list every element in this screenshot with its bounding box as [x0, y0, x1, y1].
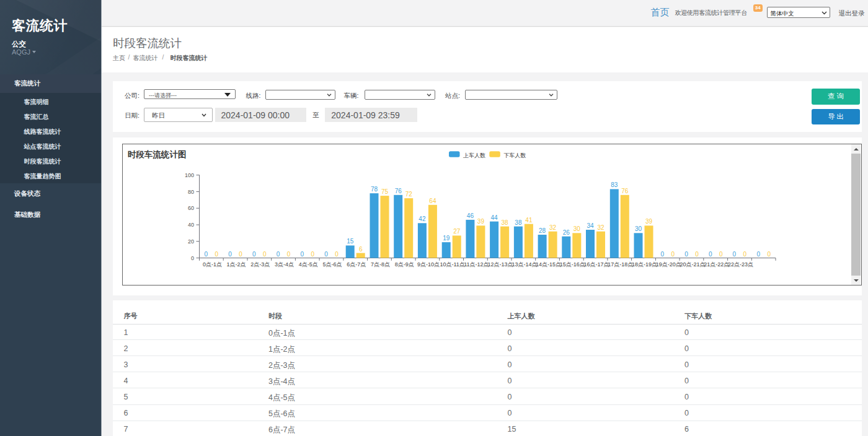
svg-text:34: 34 — [587, 222, 594, 229]
svg-text:76: 76 — [621, 188, 629, 194]
svg-text:20: 20 — [188, 238, 194, 245]
svg-text:76: 76 — [395, 188, 402, 194]
svg-text:72: 72 — [405, 191, 413, 198]
svg-text:32: 32 — [597, 224, 604, 231]
svg-text:5点-6点: 5点-6点 — [322, 261, 342, 268]
svg-text:下车人数: 下车人数 — [503, 152, 526, 159]
svg-text:0点-1点: 0点-1点 — [203, 261, 222, 268]
svg-text:6: 6 — [359, 246, 363, 253]
svg-text:0: 0 — [311, 251, 315, 258]
svg-text:80: 80 — [188, 189, 194, 195]
svg-text:100: 100 — [185, 172, 194, 178]
svg-text:19点-20点: 19点-20点 — [656, 261, 681, 268]
svg-text:21点-22点: 21点-22点 — [704, 261, 729, 268]
svg-text:0: 0 — [719, 251, 723, 258]
svg-text:0: 0 — [191, 255, 194, 261]
svg-text:4点-5点: 4点-5点 — [299, 261, 318, 268]
svg-text:0: 0 — [743, 251, 747, 258]
svg-text:0: 0 — [301, 251, 304, 258]
svg-text:0: 0 — [695, 251, 699, 258]
svg-text:22点-23点: 22点-23点 — [728, 261, 753, 268]
svg-text:10点-11点: 10点-11点 — [440, 261, 465, 268]
svg-text:38: 38 — [515, 219, 522, 226]
svg-text:32: 32 — [549, 224, 557, 231]
svg-text:11点-12点: 11点-12点 — [464, 261, 489, 268]
svg-text:16点-17点: 16点-17点 — [583, 261, 609, 268]
svg-text:42: 42 — [418, 216, 426, 222]
svg-text:30: 30 — [574, 225, 581, 232]
svg-text:64: 64 — [429, 198, 436, 204]
svg-text:0: 0 — [660, 251, 664, 258]
svg-text:12点-13点: 12点-13点 — [488, 261, 513, 268]
svg-text:28: 28 — [539, 227, 546, 234]
svg-text:0: 0 — [287, 251, 291, 258]
svg-text:26: 26 — [563, 229, 570, 236]
svg-text:3点-4点: 3点-4点 — [275, 261, 294, 268]
svg-text:6点-7点: 6点-7点 — [347, 261, 366, 268]
svg-text:上车人数: 上车人数 — [463, 152, 485, 159]
svg-text:0: 0 — [228, 251, 232, 258]
svg-text:78: 78 — [371, 186, 378, 193]
svg-text:0: 0 — [756, 251, 760, 258]
svg-text:0: 0 — [239, 251, 242, 258]
svg-text:0: 0 — [671, 251, 675, 258]
svg-text:0: 0 — [263, 251, 267, 258]
svg-text:39: 39 — [477, 218, 485, 225]
svg-text:0: 0 — [205, 251, 208, 258]
svg-text:41: 41 — [525, 217, 533, 224]
svg-text:75: 75 — [381, 188, 389, 195]
svg-text:0: 0 — [252, 251, 256, 258]
svg-text:8点-9点: 8点-9点 — [395, 261, 414, 268]
svg-text:27: 27 — [453, 228, 461, 235]
svg-text:20点-21点: 20点-21点 — [680, 261, 705, 268]
svg-text:13点-14点: 13点-14点 — [512, 261, 537, 268]
svg-text:1点-2点: 1点-2点 — [227, 261, 246, 268]
svg-text:2点-3点: 2点-3点 — [250, 261, 270, 268]
svg-text:0: 0 — [684, 251, 688, 258]
svg-text:0: 0 — [215, 251, 219, 258]
svg-text:60: 60 — [188, 205, 194, 211]
svg-text:38: 38 — [502, 219, 509, 226]
svg-text:0: 0 — [767, 251, 771, 258]
svg-text:44: 44 — [491, 214, 498, 221]
svg-text:0: 0 — [277, 251, 280, 258]
svg-text:9点-10点: 9点-10点 — [417, 261, 440, 268]
svg-text:0: 0 — [335, 251, 339, 258]
svg-text:17点-18点: 17点-18点 — [608, 261, 633, 268]
svg-text:0: 0 — [733, 251, 737, 258]
svg-text:时段车流统计图: 时段车流统计图 — [128, 150, 187, 159]
svg-text:46: 46 — [467, 212, 474, 219]
svg-text:18点-19点: 18点-19点 — [632, 261, 657, 268]
svg-text:15: 15 — [347, 238, 354, 245]
svg-text:14点-15点: 14点-15点 — [536, 261, 561, 268]
svg-text:0: 0 — [709, 251, 712, 258]
svg-text:15点-16点: 15点-16点 — [560, 261, 585, 268]
svg-text:7点-8点: 7点-8点 — [371, 261, 390, 268]
svg-text:83: 83 — [611, 181, 618, 188]
svg-text:0: 0 — [324, 251, 328, 258]
svg-text:39: 39 — [645, 218, 653, 225]
svg-text:30: 30 — [635, 225, 642, 232]
svg-text:19: 19 — [443, 235, 450, 242]
svg-text:40: 40 — [188, 222, 194, 228]
